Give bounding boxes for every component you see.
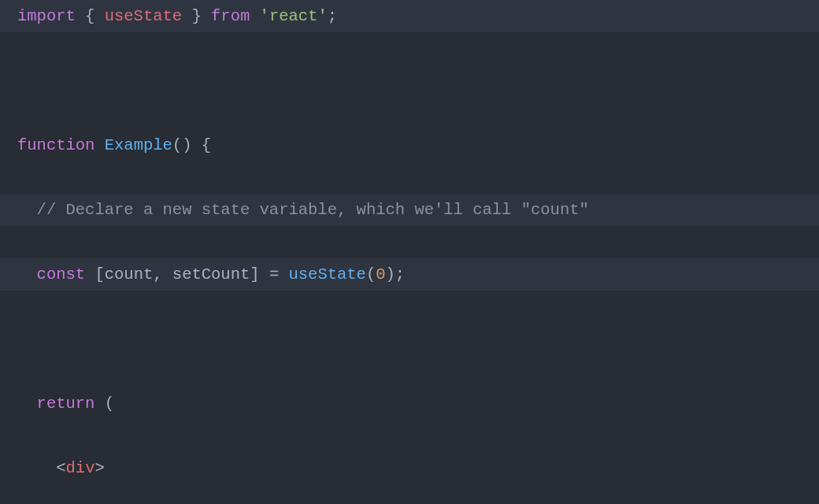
- code-token: [17, 201, 37, 219]
- code-line[interactable]: import { useState } from 'react';: [0, 0, 819, 32]
- code-token: return: [37, 395, 95, 413]
- code-line[interactable]: <div>: [0, 452, 819, 484]
- code-token: (: [94, 395, 114, 413]
- code-line[interactable]: [0, 323, 819, 355]
- code-token: (: [366, 265, 376, 284]
- code-token: [250, 7, 259, 25]
- code-token: const: [37, 265, 86, 284]
- code-token: Example: [105, 136, 172, 154]
- code-token: // Declare a new state variable, which w…: [37, 201, 589, 219]
- code-line[interactable]: return (: [0, 387, 819, 420]
- code-token: >: [94, 459, 104, 477]
- code-token: ] =: [250, 265, 288, 284]
- code-token: () {: [172, 136, 211, 154]
- code-token: );: [386, 265, 406, 284]
- code-token: div: [66, 459, 95, 477]
- code-token: ;: [328, 7, 337, 25]
- code-token: import: [17, 7, 76, 25]
- code-token: [17, 265, 37, 284]
- code-token: [17, 330, 27, 348]
- code-token: [17, 72, 27, 90]
- code-line[interactable]: // Declare a new state variable, which w…: [0, 194, 819, 226]
- code-line[interactable]: function Example() {: [0, 129, 819, 161]
- code-token: }: [182, 7, 211, 25]
- code-token: from: [211, 7, 250, 25]
- code-editor[interactable]: import { useState } from 'react'; functi…: [0, 0, 819, 504]
- code-token: ,: [153, 265, 172, 284]
- code-token: [17, 459, 56, 477]
- code-token: 'react': [260, 7, 328, 25]
- code-line[interactable]: const [count, setCount] = useState(0);: [0, 258, 819, 291]
- code-token: function: [17, 136, 94, 154]
- code-token: count: [105, 265, 154, 284]
- code-token: [94, 136, 104, 154]
- code-token: useState: [289, 265, 366, 284]
- code-token: <: [56, 459, 65, 477]
- code-token: useState: [105, 7, 182, 25]
- code-token: 0: [376, 265, 385, 284]
- code-token: [17, 395, 37, 413]
- code-token: [: [85, 265, 105, 284]
- code-line[interactable]: [0, 65, 819, 97]
- code-token: setCount: [172, 265, 250, 284]
- code-token: {: [76, 7, 105, 25]
